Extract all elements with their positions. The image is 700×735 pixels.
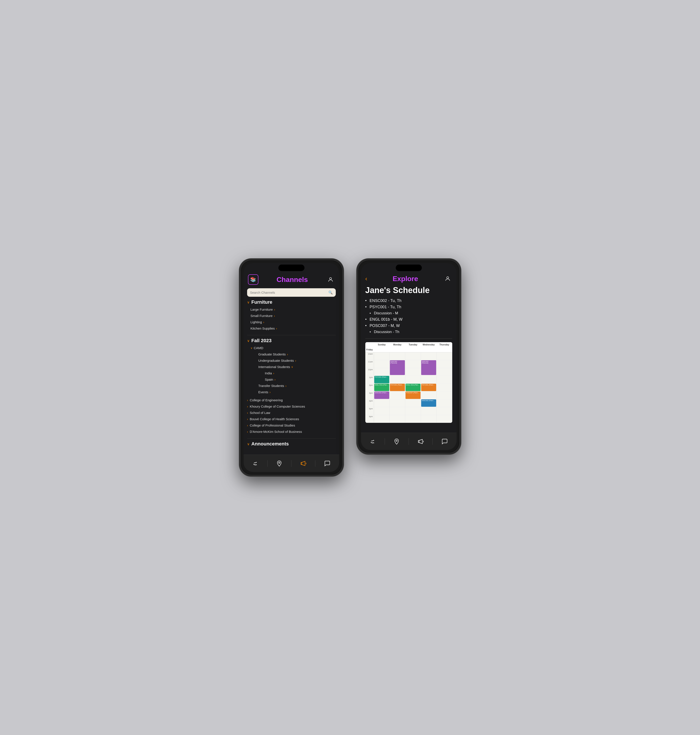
tab-handshake-right[interactable]: [361, 433, 385, 450]
book-icon: 📚: [250, 277, 256, 283]
posc007-wed-event: POSC007 (Planned): [406, 392, 421, 399]
events-item[interactable]: Events ›: [255, 389, 336, 395]
cal-header-thursday: Thursday: [437, 342, 452, 347]
small-furniture-chevron: ›: [274, 314, 275, 318]
posc007-discussion: Discussion - Th: [365, 330, 452, 334]
kitchen-chevron: ›: [276, 327, 277, 330]
cal-header-sunday: Sunday: [374, 342, 390, 347]
course-engl001b: ENGL 001b - M, W: [365, 317, 452, 322]
ensc002-tue-event: ENSC002(Planned): [390, 360, 405, 375]
tab-map-left[interactable]: [268, 455, 291, 472]
channels-header: 📚 Channels: [244, 272, 339, 287]
tab-chat-right[interactable]: [433, 433, 456, 450]
announcements-group: ∨ Announcements: [247, 441, 336, 447]
search-icon: 🔍: [328, 290, 333, 295]
back-button[interactable]: ‹: [365, 275, 367, 282]
fall2023-group-header[interactable]: ∨ Fall 2023: [247, 338, 336, 343]
right-phone: ‹ Explore Jane's Schedule ENSC002 - Tu, …: [357, 259, 461, 454]
status-bar-left: [244, 263, 339, 272]
cal-header-wednesday: Wednesday: [421, 342, 437, 347]
calendar-header: Sunday Monday Tuesday Wednesday Thursday…: [365, 342, 452, 352]
tab-map-right[interactable]: [385, 433, 409, 450]
tab-handshake-left[interactable]: [244, 455, 267, 472]
intl-sub-items: India › Spain ›: [262, 370, 336, 383]
lighting-item[interactable]: Lighting ›: [247, 319, 336, 325]
ensc002-thu-event: ENSC002(Planned): [421, 360, 436, 375]
search-bar[interactable]: 🔍: [247, 288, 336, 297]
transfer-students-item[interactable]: Transfer Students ›: [255, 383, 336, 389]
psyc001-tue-event: PSYC001 (Planned): [390, 384, 405, 391]
tab-megaphone-right[interactable]: [409, 433, 432, 450]
right-tab-bar: [361, 433, 457, 450]
fall2023-group-title: Fall 2023: [251, 338, 272, 343]
dynamic-island-left: [278, 265, 304, 271]
graduate-students-item[interactable]: Graduate Students ›: [255, 351, 336, 357]
spain-item[interactable]: Spain ›: [262, 376, 336, 383]
schedule-title: Jane's Schedule: [365, 286, 452, 295]
status-bar-right: [361, 263, 457, 272]
announcements-chevron: ∨: [247, 442, 250, 446]
furniture-group: ∨ Furniture Large Furniture › Small Furn…: [247, 299, 336, 331]
schedule-list: ENSC002 - Tu, Th PSYC001 - Tu, Th Discus…: [365, 299, 452, 334]
tab-chat-left[interactable]: [315, 455, 339, 472]
phones-container: 📚 Channels 🔍: [239, 259, 461, 476]
divider-1: [247, 335, 336, 335]
furniture-chevron: ∨: [247, 300, 250, 304]
khoury-item[interactable]: › Khoury College of Computer Sciences: [247, 403, 336, 409]
fall2023-chevron: ∨: [247, 339, 250, 343]
large-furniture-item[interactable]: Large Furniture ›: [247, 306, 336, 312]
announcements-group-title: Announcements: [251, 441, 289, 447]
camd-subgroup: ∨ CAMD Graduate Students › Undergraduate…: [251, 345, 336, 395]
damore-item[interactable]: › D'Amore-McKim School of Business: [247, 429, 336, 435]
furniture-group-title: Furniture: [251, 299, 272, 305]
psyc001-discussion: Discussion - M: [365, 311, 452, 315]
colleges-list: › College of Engineering › Khoury Colleg…: [247, 397, 336, 435]
announcements-group-header[interactable]: ∨ Announcements: [247, 441, 336, 447]
cal-header-monday: Monday: [390, 342, 405, 347]
ensc002-mon-event: ENSC002 (Planned): [374, 392, 389, 399]
camd-header[interactable]: ∨ CAMD: [251, 345, 336, 351]
kitchen-supplies-item[interactable]: Kitchen Supplies ›: [247, 325, 336, 331]
cal-row-6pm: 6pm: [365, 415, 452, 423]
cal-header-tuesday: Tuesday: [405, 342, 421, 347]
cal-row-3pm: 3pm ENSC002 (Planned) POSC007 (Planned): [365, 392, 452, 399]
svg-point-0: [329, 278, 331, 280]
engl-wed-event: ENGL 001b (Planned): [406, 384, 421, 391]
school-of-law-item[interactable]: › School of Law: [247, 409, 336, 416]
college-professional-item[interactable]: › College of Professional Studies: [247, 422, 336, 429]
svg-point-2: [447, 277, 449, 279]
psyc001-mon-event: PSYC001 (Planned): [374, 376, 389, 383]
divider-2: [247, 438, 336, 439]
explore-content: Jane's Schedule ENSC002 - Tu, Th PSYC001…: [361, 286, 457, 433]
camd-items: Graduate Students › Undergraduate Studen…: [255, 351, 336, 395]
camd-label: CAMD: [254, 346, 263, 350]
college-engineering-item[interactable]: › College of Engineering: [247, 397, 336, 403]
left-phone: 📚 Channels 🔍: [239, 259, 344, 476]
cal-row-5pm: 5pm: [365, 407, 452, 415]
undergrad-students-item[interactable]: Undergraduate Students ›: [255, 357, 336, 364]
cal-row-2pm: 2pm ENGL 001b (Planned) PSYC001 (Planned…: [365, 384, 452, 392]
international-students-header[interactable]: International Students ∨: [255, 364, 336, 370]
tab-megaphone-left[interactable]: [291, 455, 315, 472]
course-psyc001: PSYC001 - Tu, Th: [365, 305, 452, 309]
explore-user-icon[interactable]: [443, 274, 452, 283]
svg-point-3: [396, 440, 397, 441]
channels-user-icon[interactable]: [326, 275, 335, 284]
small-furniture-item[interactable]: Small Furniture ›: [247, 312, 336, 319]
furniture-group-header[interactable]: ∨ Furniture: [247, 299, 336, 305]
explore-title: Explore: [393, 275, 418, 283]
cal-header-time: [365, 342, 374, 347]
camd-chevron: ∨: [251, 346, 253, 349]
india-item[interactable]: India ›: [262, 370, 336, 376]
channels-logo: 📚: [248, 274, 259, 285]
furniture-items: Large Furniture › Small Furniture › Ligh…: [247, 306, 336, 331]
psyc001-thu-event: PSYC001 (Planned): [421, 384, 436, 391]
bouve-item[interactable]: › Bouvé College of Health Sciences: [247, 416, 336, 422]
cal-row-4pm: 4pm ENSC002 (Planned): [365, 399, 452, 407]
course-ensc002: ENSC002 - Tu, Th: [365, 299, 452, 303]
channels-title: Channels: [276, 275, 308, 284]
cal-row-12pm: 12pm: [365, 368, 452, 376]
channels-list: ∨ Furniture Large Furniture › Small Furn…: [244, 299, 339, 455]
left-phone-screen: 📚 Channels 🔍: [244, 263, 339, 472]
search-input[interactable]: [250, 291, 328, 295]
